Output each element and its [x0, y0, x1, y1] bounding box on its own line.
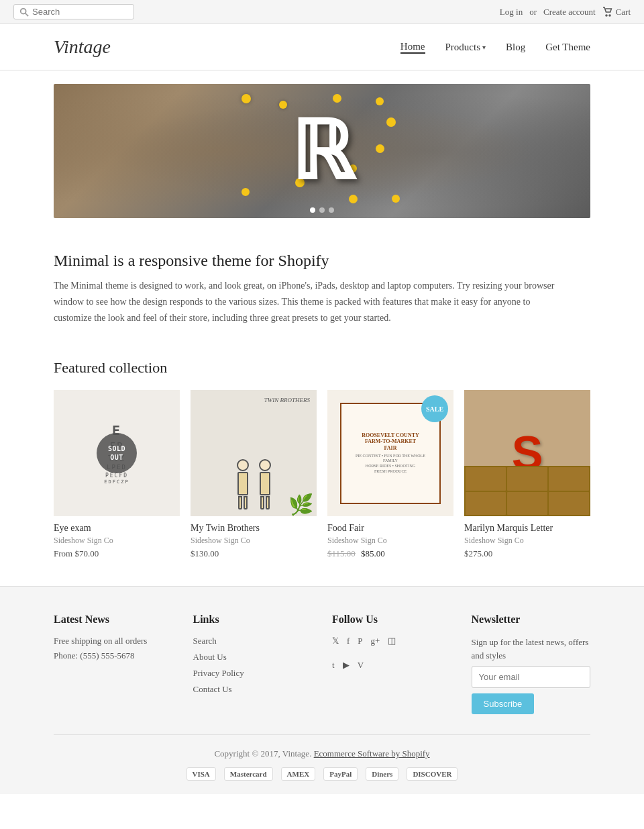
tumblr-icon[interactable]: t: [332, 660, 335, 671]
product-name: Marilyn Marquis Letter: [464, 523, 590, 534]
cart-icon: [602, 7, 613, 17]
shopify-link[interactable]: Ecommerce Software by Shopify: [314, 748, 430, 759]
facebook-icon[interactable]: f: [347, 636, 350, 646]
food-fair-title: ROOSEVELT COUNTYFARM-TO-MARKETFAIR: [362, 432, 419, 452]
social-icons-row-2: t ▶ V: [332, 660, 451, 676]
vimeo-icon[interactable]: V: [358, 660, 364, 671]
nav-get-theme[interactable]: Get Theme: [545, 42, 590, 53]
food-fair-image: ROOSEVELT COUNTYFARM-TO-MARKETFAIR PIE C…: [327, 390, 453, 516]
svg-point-0: [21, 8, 26, 13]
footer-latest-news-title: Latest News: [54, 614, 173, 626]
food-fair-sub: PIE CONTEST • FUN FOR THE WHOLE FAMILYHO…: [348, 454, 433, 475]
payment-paypal: PayPal: [323, 767, 358, 781]
site-footer: Latest News Free shipping on all orders …: [0, 586, 644, 794]
main-description: The Minimal theme is designed to work, a…: [54, 278, 564, 326]
subscribe-button[interactable]: Subscribe: [472, 693, 535, 714]
indicator-dot-2[interactable]: [319, 207, 325, 213]
svg-point-2: [606, 15, 607, 16]
footer-link-privacy[interactable]: Privacy Policy: [193, 668, 313, 679]
marquis-image: S: [464, 390, 590, 516]
product-name: My Twin Brothers: [191, 523, 317, 534]
hero-dot: [333, 94, 341, 103]
sale-price: $85.00: [361, 548, 385, 558]
footer-follow-title: Follow Us: [332, 614, 451, 626]
original-price: $115.00: [327, 548, 356, 558]
drawer: [549, 492, 589, 516]
figure-leg: [244, 496, 248, 509]
product-price: $275.00: [464, 548, 590, 559]
hero-dot: [386, 117, 396, 127]
footer-newsletter-title: Newsletter: [472, 614, 591, 626]
product-price: From $70.00: [54, 548, 180, 559]
product-card-twin-brothers[interactable]: TWIN BROTHERS: [191, 390, 317, 559]
main-heading: Minimal is a responsive theme for Shopif…: [54, 252, 590, 270]
product-card-marilyn-marquis[interactable]: S Marilyn Marquis Letter Sideshow Sign C…: [464, 390, 590, 559]
footer-news-1: Free shipping on all orders: [54, 636, 173, 646]
figure-leg: [238, 496, 242, 509]
twitter-icon[interactable]: 𝕏: [332, 636, 339, 646]
product-vendor: Sideshow Sign Co: [464, 536, 590, 546]
drawer: [549, 467, 589, 491]
product-vendor: Sideshow Sign Co: [191, 536, 317, 546]
nav-blog[interactable]: Blog: [506, 42, 525, 53]
login-link[interactable]: Log in: [500, 7, 523, 17]
product-price: $115.00 $85.00: [327, 548, 453, 559]
figure-head: [237, 459, 249, 471]
hero-letter: ℝ: [290, 105, 354, 198]
footer-bottom: Copyright © 2017, Vintage. Ecommerce Sof…: [54, 734, 590, 781]
figure-body: [260, 472, 270, 495]
payment-diners: Diners: [366, 767, 398, 781]
nav-home[interactable]: Home: [400, 41, 425, 54]
footer-link-about[interactable]: About Us: [193, 652, 313, 663]
drawer: [466, 492, 506, 516]
product-image-wrap: S: [464, 390, 590, 516]
or-separator: or: [529, 7, 537, 17]
drawer-unit: [464, 466, 590, 516]
indicator-dot-1[interactable]: [310, 207, 315, 213]
hero-indicator: [310, 207, 334, 213]
create-account-link[interactable]: Create account: [543, 7, 596, 17]
hero-dot: [376, 144, 384, 153]
eye-exam-image: E FP TOZ LPED PECFD EDFCZP SOLDOUT: [54, 390, 180, 516]
payment-mastercard: Mastercard: [224, 767, 273, 781]
pinterest-icon[interactable]: P: [358, 636, 362, 646]
footer-link-contact[interactable]: Contact Us: [193, 684, 313, 695]
main-nav: Home Products ▾ Blog Get Theme: [400, 41, 590, 54]
product-vendor: Sideshow Sign Co: [327, 536, 453, 546]
indicator-dot-3[interactable]: [329, 207, 334, 213]
social-icons-row: 𝕏 f P g+ ◫: [332, 636, 451, 652]
search-input[interactable]: [32, 7, 126, 17]
nav-products[interactable]: Products ▾: [445, 42, 486, 53]
instagram-icon[interactable]: ◫: [388, 636, 396, 646]
figure-2: [259, 459, 271, 509]
footer-latest-news: Latest News Free shipping on all orders …: [54, 614, 173, 714]
figure-leg: [266, 496, 270, 509]
site-header: Vintage Home Products ▾ Blog Get Theme: [0, 24, 644, 70]
footer-follow-us: Follow Us 𝕏 f P g+ ◫ t ▶ V: [332, 614, 451, 714]
site-logo[interactable]: Vintage: [54, 36, 111, 58]
drawer: [507, 467, 547, 491]
footer-link-search[interactable]: Search: [193, 636, 313, 646]
top-bar: Log in or Create account Cart: [0, 0, 644, 24]
cart-link[interactable]: Cart: [602, 7, 631, 17]
hero-dot: [241, 94, 251, 103]
hero-dot: [392, 195, 400, 203]
search-form[interactable]: [13, 4, 134, 19]
newsletter-email-input[interactable]: [472, 666, 591, 688]
drawer: [507, 492, 547, 516]
copyright-text: Copyright © 2017, Vintage. Ecommerce Sof…: [54, 748, 590, 759]
svg-point-3: [609, 15, 610, 16]
product-card-eye-exam[interactable]: E FP TOZ LPED PECFD EDFCZP SOLDOUT Eye e…: [54, 390, 180, 559]
hero-dot: [279, 101, 287, 109]
figure-body: [237, 472, 248, 495]
hero-banner: ℝ: [54, 84, 590, 218]
search-icon: [19, 7, 29, 17]
figure-legs: [238, 496, 248, 509]
googleplus-icon[interactable]: g+: [371, 636, 380, 646]
sold-out-badge: SOLDOUT: [97, 433, 137, 473]
product-card-food-fair[interactable]: ROOSEVELT COUNTYFARM-TO-MARKETFAIR PIE C…: [327, 390, 453, 559]
youtube-icon[interactable]: ▶: [343, 660, 350, 671]
product-price: $130.00: [191, 548, 317, 559]
cart-label: Cart: [616, 7, 631, 17]
figure-leg: [260, 496, 264, 509]
